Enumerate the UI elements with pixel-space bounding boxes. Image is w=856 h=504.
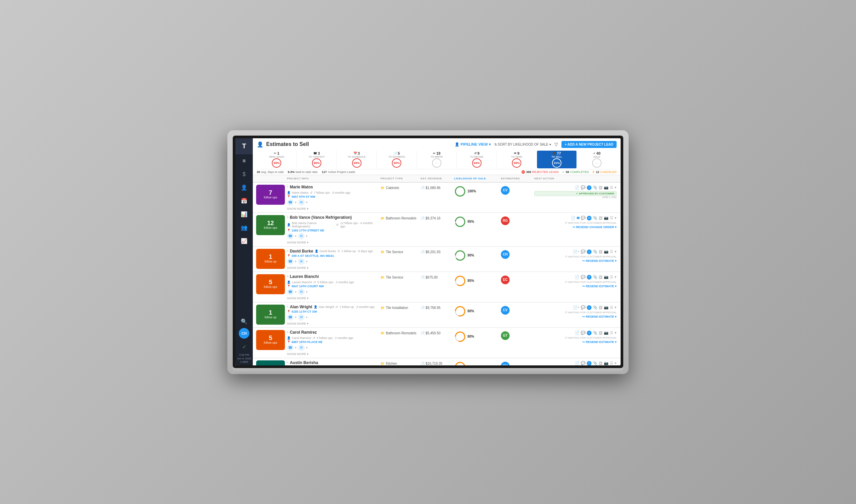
resend-change-order-button[interactable]: ↪ RESEND CHANGE ORDER ▾ (534, 226, 617, 229)
estimator-avatar[interactable]: RG (501, 216, 510, 225)
list-icon[interactable]: ☰ (610, 305, 613, 310)
sidebar-item-person[interactable]: 👤 (235, 181, 253, 194)
clip-icon[interactable]: 📎 (593, 331, 598, 335)
msg-icon[interactable]: 💬 (581, 250, 585, 254)
pipeline-step-sold[interactable]: ✓ 40 SOLD — (577, 151, 617, 168)
estimator-avatar[interactable]: CH (501, 250, 510, 259)
filter-button[interactable]: ▽ (554, 142, 558, 147)
doc-icon[interactable]: 📄 (575, 361, 580, 365)
call-button[interactable]: ☎ (287, 199, 294, 206)
img-icon[interactable]: 🖼 (599, 331, 602, 335)
list-icon[interactable]: ☰ (610, 331, 613, 335)
img-icon[interactable]: 🖼 (599, 361, 602, 365)
resend-estimate-button[interactable]: ↪ RESEND ESTIMATE ▾ (534, 315, 617, 318)
sidebar-item-check[interactable]: ✓ (235, 340, 253, 353)
img-icon[interactable]: 🖼 (599, 250, 602, 254)
clip-icon[interactable]: 📎 (593, 250, 598, 254)
sidebar-item-people[interactable]: 👥 (235, 221, 253, 234)
resend-estimate-button[interactable]: ↪ RESEND ESTIMATE ▾ (534, 285, 617, 288)
show-more-button[interactable]: SHOW MORE ▾ (287, 296, 378, 300)
sidebar-item-dollar[interactable]: $ (235, 168, 253, 181)
cam-icon[interactable]: 📷 (604, 305, 609, 310)
chevron-icon[interactable]: ▾ (615, 250, 617, 254)
clip-icon[interactable]: 📎 (593, 275, 598, 279)
call-button[interactable]: ☎ (287, 344, 294, 351)
msg-icon[interactable]: 💬 (581, 331, 585, 335)
show-more-button[interactable]: SHOW MORE ▾ (287, 266, 378, 270)
chevron-icon[interactable]: ▾ (615, 275, 617, 279)
cam-icon[interactable]: 📷 (604, 331, 609, 335)
sidebar-item-calendar[interactable]: 📅 (235, 194, 253, 208)
avatar[interactable]: CH (239, 328, 250, 339)
call-button[interactable]: ☎ (287, 233, 294, 239)
pipeline-step-to-estimate[interactable]: 📄 5 TO ESTIMATE 90% (377, 151, 417, 168)
project-address[interactable]: 📍6887 19TH PLACE NE (287, 340, 378, 344)
msg-icon[interactable]: 💬 (581, 361, 585, 365)
project-name[interactable]: Austin Berisha (290, 360, 318, 365)
call-button[interactable]: ☎ (287, 258, 294, 265)
call-button[interactable]: ☎ (287, 314, 294, 321)
project-name[interactable]: Lauren Bianchi (290, 274, 319, 279)
msg-icon[interactable]: 💬 (581, 275, 585, 279)
project-name[interactable]: David Burke (290, 249, 313, 253)
img-icon[interactable]: 🖼 (599, 186, 602, 190)
follow-up-badge[interactable]: 12 follow ups (256, 215, 285, 235)
cam-icon[interactable]: 📷 (604, 185, 609, 190)
clip-icon[interactable]: 📎 (593, 305, 598, 310)
chevron-icon[interactable]: ▾ (615, 216, 617, 220)
project-name[interactable]: Marie Matos (290, 185, 313, 190)
follow-up-badge[interactable]: 1 follow up (256, 305, 285, 325)
chevron-icon[interactable]: ▾ (615, 331, 617, 335)
project-address[interactable]: 📍5155 11TH CT SW (287, 310, 378, 313)
chevron-icon[interactable]: ▾ (615, 185, 617, 190)
email-button[interactable]: ✉ (298, 289, 305, 295)
estimator-avatar[interactable]: EC (501, 275, 510, 284)
sidebar-item-list[interactable]: ≡ (235, 154, 253, 168)
doc-icon[interactable]: 📄 (575, 275, 580, 279)
cam-icon[interactable]: 📷 (604, 275, 609, 279)
msg-icon[interactable]: 💬 (581, 216, 585, 220)
pipeline-step-to-send[interactable]: ✉ 9 TO SEND 99% (497, 151, 537, 168)
pipeline-step-to-write[interactable]: ✏ 19 TO WRITE — (417, 151, 457, 168)
show-more-button[interactable]: SHOW MORE ▾ (287, 353, 378, 356)
pipeline-step-new-leads[interactable]: ✂ 1 NEW LEADS 99% (257, 151, 297, 168)
add-lead-button[interactable]: + ADD A NEW PROJECT LEAD (561, 141, 617, 148)
pipeline-step-to-contact[interactable]: ☎ 3 TO CONTACT 86% (297, 151, 337, 168)
follow-up-badge[interactable]: 5 follow ups (256, 330, 285, 350)
follow-up-badge[interactable]: 6 follow ups (256, 360, 285, 365)
sidebar-item-reports[interactable]: 📊 (235, 208, 253, 221)
completed-stat[interactable]: ✓ 58 COMPLETED (562, 170, 589, 174)
project-address[interactable]: 📍209 A ST SEATTLE, WA 98241 (287, 254, 378, 257)
estimator-avatar[interactable]: CH (501, 362, 510, 365)
email-button[interactable]: ✉ (298, 314, 305, 321)
show-more-button[interactable]: SHOW MORE ▾ (287, 241, 378, 244)
rejected-stat[interactable]: ⛔ 388 REJECTED LEADS (521, 170, 559, 174)
follow-up-badge[interactable]: 7 follow ups (256, 185, 285, 205)
show-more-button[interactable]: SHOW MORE ▾ (287, 207, 378, 211)
clip-icon[interactable]: 📎 (593, 216, 598, 220)
doc-icon[interactable]: 📄+ (573, 250, 580, 254)
cam-icon[interactable]: 📷 (604, 216, 609, 220)
canceled-stat[interactable]: ✗ 12 CANCELED (592, 170, 617, 174)
email-button[interactable]: ✉ (298, 233, 305, 239)
email-button[interactable]: ✉ (298, 199, 305, 206)
follow-up-badge[interactable]: 5 follow ups (256, 274, 285, 294)
project-name[interactable]: Carol Ramírez (290, 330, 317, 335)
email-button[interactable]: ✉ (298, 344, 305, 351)
msg-icon[interactable]: 💬 (581, 185, 585, 190)
doc-icon[interactable]: 📄 (571, 216, 576, 220)
call-button[interactable]: ☎ (287, 289, 294, 295)
clip-icon[interactable]: 📎 (593, 185, 598, 190)
cam-icon[interactable]: 📷 (604, 361, 609, 365)
estimator-avatar[interactable]: CV (501, 306, 510, 314)
estimator-avatar[interactable]: GT (501, 331, 510, 340)
email-button[interactable]: ✉ (298, 258, 305, 265)
pipeline-view-button[interactable]: 👤 PIPELINE VIEW ▾ (455, 142, 491, 147)
sort-button[interactable]: ⇅ SORT BY LIKELIHOOD OF SALE ▾ (494, 143, 551, 146)
list-icon[interactable]: ☰ (610, 361, 613, 365)
chevron-icon[interactable]: ▾ (615, 361, 617, 365)
resend-estimate-button[interactable]: ↪ RESEND ESTIMATE ▾ (534, 340, 617, 344)
pipeline-step-to-schedule[interactable]: 📅 3 TO SCHEDULE 69% (337, 151, 377, 168)
estimator-avatar[interactable]: CV (501, 186, 510, 195)
msg-icon[interactable]: 💬 (581, 305, 585, 310)
